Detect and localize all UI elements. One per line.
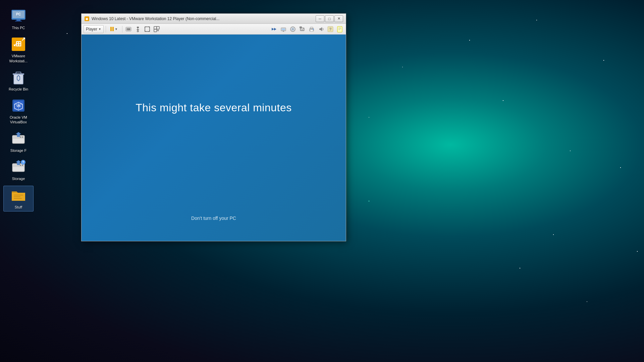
network-button[interactable] (279, 25, 287, 33)
vmware-label: VMware Workstati... (9, 54, 28, 63)
vm-sub-message: Don't turn off your PC (191, 216, 236, 221)
stuff-label: Stuff (15, 205, 22, 209)
svg-rect-40 (154, 29, 157, 32)
svg-rect-27 (14, 195, 23, 195)
virtualbox-label: Oracle VM VirtualBox (10, 115, 27, 125)
svg-text:↙: ↙ (13, 42, 17, 47)
recycle-bin-label: Recycle Bin (9, 87, 28, 92)
vm-screen[interactable]: This might take several minutes Don't tu… (82, 35, 346, 241)
desktop-icon-vmware[interactable]: ⊞ ↗ ↙ VMware Workstati... (3, 35, 34, 65)
toolbar-separator-2 (122, 26, 122, 33)
svg-text:?: ? (329, 27, 332, 31)
this-pc-label: This PC (12, 25, 25, 30)
desktop-icon-this-pc[interactable]: PC This PC (3, 7, 34, 32)
desktop-icon-storage[interactable]: ? Storage (3, 158, 34, 182)
close-button[interactable]: ✕ (334, 15, 343, 22)
svg-point-20 (20, 136, 21, 138)
help-button[interactable]: ? (326, 25, 334, 33)
desktop-icon-virtualbox[interactable]: VB Oracle VM VirtualBox (3, 96, 34, 126)
pause-button[interactable]: ▼ (108, 25, 120, 33)
svg-text:VB: VB (16, 104, 21, 108)
fit-screen-button[interactable] (143, 25, 151, 33)
window-controls: ─ □ ✕ (316, 15, 343, 22)
vmware-toolbar: Player ▼ ▼ ⌨ (82, 24, 346, 35)
storage-f-label: Storage F (10, 148, 26, 153)
storage-label: Storage (12, 176, 25, 181)
svg-point-26 (20, 165, 21, 166)
svg-point-19 (22, 136, 23, 138)
svg-point-25 (22, 165, 23, 166)
svg-text:PC: PC (16, 12, 21, 16)
cd-dvd-button[interactable] (289, 25, 297, 33)
desktop-icon-storage-f[interactable]: Storage F (3, 129, 34, 154)
svg-rect-5 (15, 21, 22, 21)
vm-main-message: This might take several minutes (136, 102, 291, 114)
svg-rect-37 (145, 27, 150, 32)
player-label: Player (86, 27, 97, 32)
svg-rect-54 (337, 26, 342, 32)
svg-text:⌨: ⌨ (127, 28, 130, 31)
svg-text:?: ? (22, 161, 24, 164)
pause-icon (110, 27, 114, 31)
svg-text:↗: ↗ (21, 36, 25, 42)
svg-rect-38 (154, 26, 157, 29)
minimize-button[interactable]: ─ (316, 15, 324, 22)
print-button[interactable] (308, 25, 316, 33)
svg-rect-4 (16, 19, 20, 21)
player-dropdown-arrow: ▼ (98, 27, 101, 31)
vmware-window: ▣ Windows 10 Latest - VMware Workstation… (81, 13, 346, 241)
desktop-icon-stuff[interactable]: Stuff (3, 186, 34, 211)
svg-text:▣: ▣ (86, 17, 88, 20)
svg-rect-50 (310, 30, 313, 31)
send-ctrlaltdel-button[interactable]: ⌨ (124, 25, 132, 33)
vmware-titlebar: ▣ Windows 10 Latest - VMware Workstation… (82, 14, 346, 24)
maximize-button[interactable]: □ (325, 15, 334, 22)
svg-rect-28 (14, 196, 20, 197)
storage-icon: ? (10, 159, 26, 175)
vmware-title-icon: ▣ (84, 16, 90, 21)
player-menu-button[interactable]: Player ▼ (84, 25, 104, 33)
usb-button[interactable] (134, 25, 142, 33)
svg-rect-42 (282, 28, 285, 30)
storage-f-icon (10, 131, 26, 147)
pause-dropdown-arrow: ▼ (115, 27, 118, 31)
desktop: PC This PC ⊞ ↗ ↙ VMware Workstati... (0, 0, 644, 362)
svg-point-35 (137, 31, 139, 32)
window-title: Windows 10 Latest - VMware Workstation 1… (92, 16, 313, 21)
this-pc-icon: PC (10, 8, 26, 24)
recycle-bin-icon (10, 69, 26, 85)
vmware-icon: ⊞ ↗ ↙ (10, 36, 26, 52)
svg-rect-29 (14, 198, 22, 199)
svg-rect-39 (157, 26, 159, 29)
unity-button[interactable] (153, 25, 161, 33)
svg-rect-36 (137, 27, 139, 28)
virtualbox-icon: VB (10, 98, 26, 114)
shared-folders-button[interactable] (298, 25, 306, 33)
desktop-icon-recycle-bin[interactable]: Recycle Bin (3, 68, 34, 93)
fast-forward-button[interactable] (270, 25, 278, 33)
desktop-icons-area: PC This PC ⊞ ↗ ↙ VMware Workstati... (0, 0, 67, 362)
svg-point-51 (313, 28, 314, 29)
notes-button[interactable] (336, 25, 344, 33)
sound-button[interactable] (317, 25, 325, 33)
svg-point-45 (291, 27, 294, 31)
svg-rect-13 (13, 73, 24, 75)
stuff-icon (10, 187, 26, 203)
toolbar-separator-1 (106, 26, 106, 33)
